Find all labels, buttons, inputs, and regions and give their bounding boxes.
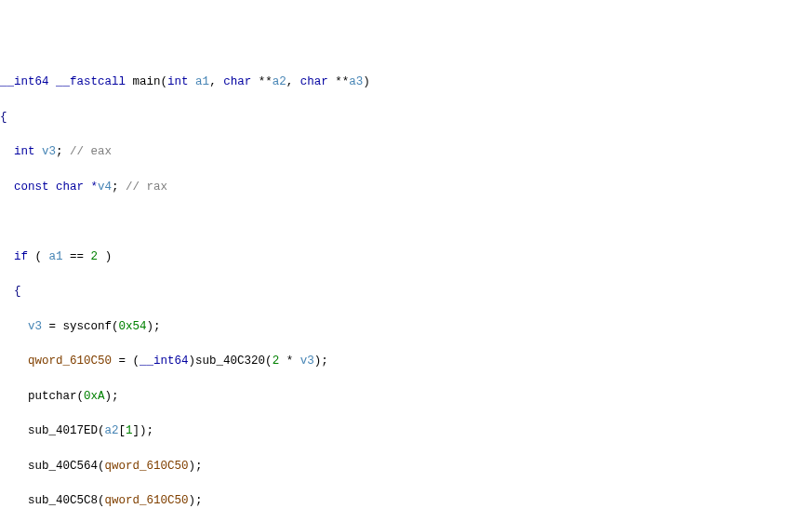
code-line: const char *v4; // rax (0, 179, 812, 196)
code-line: if ( a1 == 2 ) (0, 248, 812, 266)
code-line: sub_40C5C8(qword_610C50); (0, 492, 812, 510)
code-line (0, 213, 812, 231)
code-line: __int64 __fastcall main(int a1, char **a… (0, 74, 812, 91)
code-line: qword_610C50 = (__int64)sub_40C320(2 * v… (0, 353, 812, 370)
code-line: sub_4017ED(a2[1]); (0, 422, 812, 440)
code-line: putchar(0xA); (0, 388, 812, 406)
code-line: { (0, 109, 812, 127)
code-line: v3 = sysconf(0x54); (0, 318, 812, 336)
code-line: sub_40C564(qword_610C50); (0, 458, 812, 475)
type-keyword: __int64 __fastcall (0, 75, 126, 88)
code-line: int v3; // eax (0, 143, 812, 161)
code-line: { (0, 283, 812, 301)
function-name: main (133, 75, 161, 88)
decompiled-code-view: __int64 __fastcall main(int a1, char **a… (0, 52, 812, 522)
